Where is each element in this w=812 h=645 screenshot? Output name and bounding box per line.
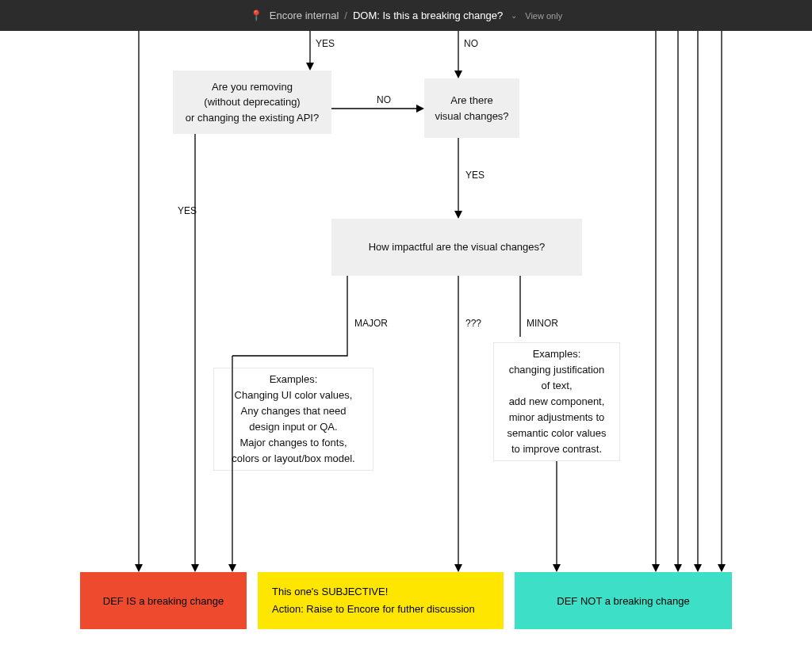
svg-marker-3 <box>306 63 314 71</box>
node-line: minor adjustments to <box>509 410 605 426</box>
svg-marker-9 <box>674 564 682 572</box>
svg-marker-19 <box>454 211 462 219</box>
node-line: semantic color values <box>508 426 607 441</box>
node-line: Are you removing <box>212 79 293 95</box>
edge-label-major: MAJOR <box>354 318 388 329</box>
result-line: Action: Raise to Encore for futher discu… <box>272 601 475 618</box>
svg-marker-13 <box>718 564 726 572</box>
pin-icon: 📍 <box>250 10 262 21</box>
node-line: Examples: <box>533 346 581 362</box>
node-line: Any changes that need <box>241 403 347 419</box>
svg-marker-26 <box>553 564 561 572</box>
node-line: of text, <box>541 378 572 394</box>
svg-marker-23 <box>454 564 462 572</box>
node-line: Examples: <box>270 372 318 387</box>
node-line: design input or QA. <box>249 419 337 435</box>
result-line: This one's SUBJECTIVE! <box>272 583 388 601</box>
node-minor-examples[interactable]: Examples: changing justification of text… <box>493 342 620 461</box>
edge-label-no-top: NO <box>464 38 478 49</box>
svg-marker-11 <box>694 564 702 572</box>
edge-label-minor: MINOR <box>527 318 558 329</box>
breadcrumb-separator: / <box>344 10 347 21</box>
edge-label-no-mid: NO <box>377 94 391 105</box>
edge-label-yes-left: YES <box>178 205 197 216</box>
flowchart-arrows <box>0 31 812 645</box>
node-line: Major changes to fonts, <box>239 435 347 451</box>
result-not-breaking[interactable]: DEF NOT a breaking change <box>515 572 732 629</box>
node-line: Are there <box>450 93 492 109</box>
node-removing-api[interactable]: Are you removing (without deprecating) o… <box>173 71 331 134</box>
svg-marker-15 <box>191 564 199 572</box>
page-title[interactable]: DOM: Is this a breaking change? <box>353 10 503 21</box>
edge-label-yes-top: YES <box>316 38 335 49</box>
breadcrumb-parent[interactable]: Encore internal <box>270 10 339 21</box>
result-subjective[interactable]: This one's SUBJECTIVE! Action: Raise to … <box>258 572 504 629</box>
node-line: changing justification <box>509 362 605 378</box>
app-header: 📍 Encore internal / DOM: Is this a break… <box>0 0 812 31</box>
result-breaking[interactable]: DEF IS a breaking change <box>80 572 247 629</box>
svg-marker-21 <box>228 564 236 572</box>
svg-marker-5 <box>454 71 462 78</box>
edge-label-qqq: ??? <box>465 318 481 329</box>
flowchart-canvas[interactable]: YES NO YES NO YES MAJOR ??? MINOR Are yo… <box>0 31 812 645</box>
svg-marker-1 <box>135 564 143 572</box>
node-line: colors or layout/box model. <box>232 451 354 467</box>
node-major-examples[interactable]: Examples: Changing UI color values, Any … <box>213 368 373 471</box>
node-line: How impactful are the visual changes? <box>369 239 546 255</box>
node-line: visual changes? <box>435 109 508 124</box>
result-label: DEF IS a breaking change <box>103 595 224 607</box>
node-how-impactful[interactable]: How impactful are the visual changes? <box>331 219 582 276</box>
node-line: to improve contrast. <box>511 441 602 457</box>
node-visual-changes[interactable]: Are there visual changes? <box>424 78 519 138</box>
view-only-badge: View only <box>525 11 562 21</box>
svg-marker-17 <box>416 105 424 113</box>
node-line: Changing UI color values, <box>235 387 353 403</box>
svg-marker-7 <box>652 564 660 572</box>
result-label: DEF NOT a breaking change <box>557 595 689 607</box>
node-line: add new component, <box>509 394 605 410</box>
edge-label-yes-visual: YES <box>465 170 485 181</box>
node-line: or changing the existing API? <box>186 110 319 126</box>
chevron-down-icon[interactable]: ⌄ <box>511 11 517 20</box>
node-line: (without deprecating) <box>204 94 300 110</box>
